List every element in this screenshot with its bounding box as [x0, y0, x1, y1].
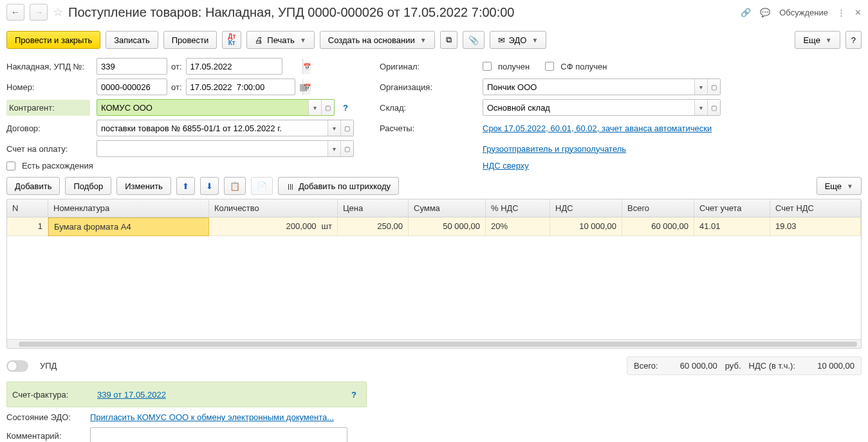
copy-button[interactable]: 📋	[224, 177, 246, 195]
cell-vat[interactable]: 10 000,00	[550, 217, 622, 236]
help-button[interactable]: ?	[845, 31, 862, 49]
open-ref-icon[interactable]: ▢	[340, 120, 353, 136]
dropdown-icon[interactable]: ▾	[328, 141, 340, 156]
related-docs-button[interactable]: ⧉	[440, 31, 457, 49]
page-title: Поступление товаров: Накладная, УПД 0000…	[68, 5, 735, 20]
discrepancies-label: Есть расхождения	[22, 161, 93, 170]
number-input[interactable]	[97, 78, 167, 95]
horizontal-scrollbar[interactable]	[7, 339, 861, 348]
invoice-no-input[interactable]	[97, 58, 167, 75]
table-more-button[interactable]: Еще▼	[817, 177, 862, 195]
received-checkbox[interactable]	[483, 62, 492, 71]
total-label: Всего:	[634, 361, 658, 371]
paperclip-icon	[468, 35, 479, 45]
edit-row-button[interactable]: Изменить	[116, 177, 171, 195]
discussion-icon[interactable]: 💬	[760, 8, 770, 17]
edo-button[interactable]: ✉ЭДО▼	[490, 31, 547, 49]
counterparty-label: Контрагент:	[6, 100, 90, 116]
calendar-icon[interactable]: 📅	[302, 59, 311, 74]
add-by-barcode-button[interactable]: ⫼Добавить по штрихкоду	[278, 177, 399, 195]
add-row-button[interactable]: Добавить	[6, 177, 60, 195]
cell-n[interactable]: 1	[7, 217, 48, 236]
move-up-button[interactable]: ⬆	[176, 177, 195, 195]
upd-toggle[interactable]	[6, 360, 28, 372]
bill-label: Счет на оплату:	[6, 144, 90, 154]
col-vat-acct[interactable]: Счет НДС	[770, 199, 861, 217]
warehouse-input[interactable]	[483, 100, 694, 115]
sf-link[interactable]: 339 от 17.05.2022	[97, 390, 166, 400]
cell-vat-acct[interactable]: 19.03	[770, 217, 861, 236]
open-ref-icon[interactable]: ▢	[707, 79, 720, 95]
dropdown-icon[interactable]: ▾	[308, 100, 321, 115]
cell-price[interactable]: 250,00	[338, 217, 409, 236]
original-label: Оригинал:	[380, 62, 476, 71]
cell-acct[interactable]: 41.01	[694, 217, 770, 236]
counterparty-help-icon[interactable]: ?	[338, 99, 353, 116]
move-down-button[interactable]: ⬇	[200, 177, 219, 195]
save-button[interactable]: Записать	[106, 31, 158, 49]
cell-item[interactable]: Бумага формата А4	[48, 217, 209, 236]
cell-total[interactable]: 60 000,00	[622, 217, 694, 236]
vat-total-label: НДС (в т.ч.):	[749, 361, 796, 371]
bill-input[interactable]	[97, 141, 328, 156]
document-mode-icon[interactable]: ▦	[299, 82, 308, 92]
nav-forward-button[interactable]: →	[30, 4, 48, 21]
open-ref-icon[interactable]: ▢	[321, 100, 334, 115]
upd-label: УПД	[40, 361, 57, 371]
dropdown-icon[interactable]: ▾	[694, 100, 707, 115]
org-input[interactable]	[483, 79, 694, 95]
open-ref-icon[interactable]: ▢	[340, 141, 353, 156]
col-qty[interactable]: Количество	[209, 199, 338, 217]
edo-state-label: Состояние ЭДО:	[6, 412, 90, 422]
table-empty-area[interactable]	[7, 236, 861, 339]
toolbar-more-button[interactable]: Еще▼	[795, 31, 840, 49]
edo-state-link[interactable]: Пригласить КОМУС ООО к обмену электронны…	[90, 412, 334, 422]
favorite-star-icon[interactable]: ☆	[53, 5, 63, 19]
print-button[interactable]: Печать▼	[246, 31, 315, 49]
col-item[interactable]: Номенклатура	[48, 199, 209, 217]
cell-vat-pct[interactable]: 20%	[486, 217, 550, 236]
col-sum[interactable]: Сумма	[409, 199, 486, 217]
col-vat[interactable]: НДС	[550, 199, 622, 217]
create-based-on-button[interactable]: Создать на основании▼	[320, 31, 435, 49]
dt-kt-button[interactable]: ДтКт	[222, 31, 241, 49]
sf-received-checkbox[interactable]	[545, 62, 554, 71]
dropdown-icon[interactable]: ▾	[328, 120, 340, 136]
close-icon[interactable]: ✕	[854, 8, 862, 17]
col-n[interactable]: N	[7, 199, 48, 217]
counterparty-input[interactable]	[97, 100, 308, 115]
number-date-input[interactable]	[187, 79, 302, 95]
discrepancies-checkbox[interactable]	[6, 161, 15, 170]
shipper-link[interactable]: Грузоотправитель и грузополучатель	[483, 144, 626, 154]
post-and-close-button[interactable]: Провести и закрыть	[6, 31, 100, 49]
post-button[interactable]: Провести	[163, 31, 217, 49]
col-price[interactable]: Цена	[338, 199, 409, 217]
contract-input[interactable]	[97, 120, 328, 136]
total-value: 60 000,00	[666, 361, 717, 371]
cell-qty[interactable]: 200,000шт	[209, 217, 338, 236]
comment-label: Комментарий:	[6, 431, 90, 441]
pick-button[interactable]: Подбор	[65, 177, 111, 195]
attachments-button[interactable]	[463, 31, 485, 49]
barcode-icon: ⫼	[286, 181, 295, 191]
col-vat-pct[interactable]: % НДС	[486, 199, 550, 217]
vat-total-value: 10 000,00	[803, 361, 854, 371]
table-row[interactable]: 1 Бумага формата А4 200,000шт 250,00 50 …	[7, 217, 861, 236]
nav-back-button[interactable]: ←	[6, 4, 24, 21]
items-table[interactable]: N Номенклатура Количество Цена Сумма % Н…	[6, 199, 862, 349]
comment-input[interactable]	[90, 427, 347, 442]
dropdown-icon[interactable]: ▾	[694, 79, 707, 95]
vat-mode-link[interactable]: НДС сверху	[483, 161, 529, 170]
discussion-label[interactable]: Обсуждение	[779, 8, 828, 17]
paste-button[interactable]: 📄	[251, 177, 273, 195]
sf-help-icon[interactable]: ?	[347, 386, 361, 403]
calc-label: Расчеты:	[380, 124, 476, 133]
col-total[interactable]: Всего	[622, 199, 694, 217]
invoice-date-input[interactable]	[187, 59, 302, 74]
kebab-menu-icon[interactable]: ⋮	[837, 8, 845, 17]
open-ref-icon[interactable]: ▢	[707, 100, 720, 115]
link-icon[interactable]: 🔗	[741, 8, 751, 17]
col-acct[interactable]: Счет учета	[694, 199, 770, 217]
cell-sum[interactable]: 50 000,00	[409, 217, 486, 236]
calc-link[interactable]: Срок 17.05.2022, 60.01, 60.02, зачет ава…	[483, 124, 712, 133]
